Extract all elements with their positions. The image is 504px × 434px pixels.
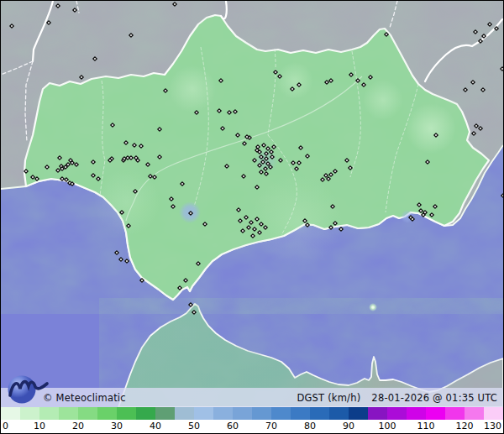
scale-tick-120: 120: [456, 421, 474, 432]
gust-color-scale: [1, 407, 503, 420]
scale-tick-80: 80: [304, 421, 316, 432]
scale-segment: [310, 407, 329, 420]
weather-map-screenshot: © Meteoclimatic DGST (km/h) 28-01-2026 @…: [0, 0, 504, 434]
scale-segment: [1, 407, 20, 420]
scale-tick-70: 70: [265, 421, 277, 432]
scale-tick-100: 100: [379, 421, 396, 432]
scale-segment: [445, 407, 465, 420]
scale-segment: [407, 407, 426, 420]
scale-segment: [175, 407, 194, 420]
scale-tick-50: 50: [188, 421, 200, 432]
scale-segment: [136, 407, 155, 420]
scale-segment: [484, 407, 503, 420]
scale-tick-60: 60: [227, 421, 239, 432]
scale-segment: [233, 407, 252, 420]
map-canvas: [1, 1, 503, 407]
scale-segment: [465, 407, 484, 420]
footer-bar: © Meteoclimatic DGST (km/h) 28-01-2026 @…: [1, 388, 503, 407]
map-meta: DGST (km/h) 28-01-2026 @ 01:35 UTC: [297, 392, 497, 404]
scale-segment: [78, 407, 97, 420]
scale-segment: [97, 407, 117, 420]
scale-segment: [155, 407, 175, 420]
scale-segment: [291, 407, 310, 420]
andalusia-gust-map: [1, 1, 503, 407]
meteoclimatic-logo: [4, 373, 53, 407]
variable-label: DGST (km/h): [297, 392, 360, 404]
scale-tick-0: 0: [3, 421, 8, 432]
copyright-credit: © Meteoclimatic: [43, 392, 126, 404]
scale-segment: [329, 407, 349, 420]
scale-segment: [349, 407, 368, 420]
scale-segment: [252, 407, 271, 420]
scale-tick-labels: 0102030405060708090100110120130: [1, 420, 503, 433]
scale-segment: [117, 407, 136, 420]
scale-tick-40: 40: [150, 421, 161, 432]
timestamp-label: 28-01-2026 @ 01:35 UTC: [371, 392, 497, 404]
scale-tick-130: 130: [484, 421, 501, 432]
alboran-island: [369, 303, 377, 311]
scale-tick-30: 30: [111, 421, 123, 432]
scale-tick-20: 20: [72, 421, 84, 432]
scale-segment: [59, 407, 78, 420]
scale-segment: [20, 407, 39, 420]
scale-segment: [426, 407, 445, 420]
scale-segment: [194, 407, 213, 420]
scale-tick-90: 90: [343, 421, 354, 432]
scale-segment: [387, 407, 407, 420]
scale-segment: [368, 407, 387, 420]
scale-tick-110: 110: [417, 421, 435, 432]
scale-tick-10: 10: [34, 421, 45, 432]
scale-segment: [213, 407, 233, 420]
scale-segment: [271, 407, 291, 420]
scale-segment: [39, 407, 59, 420]
